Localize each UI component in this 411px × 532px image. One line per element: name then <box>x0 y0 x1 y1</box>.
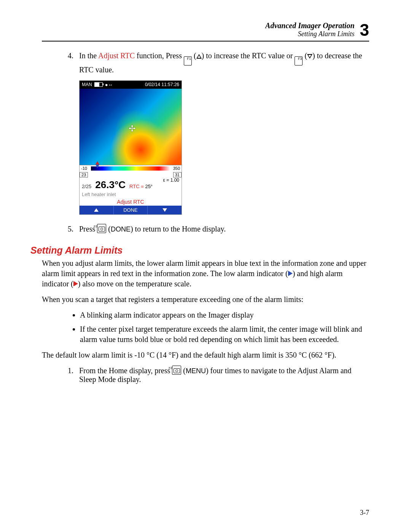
menu-label: MENU <box>186 367 206 375</box>
paragraph-defaults: The default low alarm limit is -10 °C (1… <box>42 350 369 360</box>
page-header: Advanced Imager Operation Setting Alarm … <box>42 21 369 42</box>
box-low: 23 <box>80 172 88 177</box>
location-label: Left heater inlet <box>82 192 179 197</box>
list-item: If the center pixel target temperature e… <box>80 324 369 345</box>
paragraph-exceed: When you scan a target that registers a … <box>42 294 369 305</box>
high-alarm-indicator-icon <box>73 281 78 286</box>
imager-datetime: 0/02/14 11:57:26 <box>145 82 179 88</box>
box-high: 31 <box>173 172 182 177</box>
scale-gradient <box>91 166 170 171</box>
figure-imager-screenshot: MAN ●↔ 0/02/14 11:57:26 ✢ -10 350 23 31 <box>79 80 369 215</box>
header-title: Advanced Imager Operation <box>265 21 354 30</box>
list-item: A blinking alarm indicator appears on th… <box>80 310 369 320</box>
low-alarm-indicator-icon <box>288 271 293 276</box>
crosshair-icon: ✢ <box>129 124 135 134</box>
step-number: 4. <box>68 51 79 60</box>
menu-key-icon: F2 <box>172 366 181 375</box>
triangle-down-icon <box>307 54 312 59</box>
step-5: 5.Press F2 (DONE) to return to the Home … <box>79 224 369 233</box>
f3-key-icon: F3 <box>295 56 303 66</box>
scale-low: -10 <box>81 166 87 171</box>
temperature-scale: -10 350 <box>80 165 182 172</box>
scale-high: 350 <box>173 166 180 171</box>
done-label: DONE <box>111 225 131 233</box>
alarm-flag-icon <box>96 165 99 168</box>
center-temperature: 26.3°C <box>95 179 126 191</box>
header-subtitle: Setting Alarm Limits <box>265 30 354 38</box>
bullet-list: A blinking alarm indicator appears on th… <box>65 310 369 345</box>
image-index: 2/25 <box>82 184 91 189</box>
link-icon: ●↔ <box>105 82 113 88</box>
menu-key-icon: F2 <box>97 224 106 233</box>
imager-info-zone: ε = 1.00 2/25 26.3°C RTC = 25° Left heat… <box>80 177 182 206</box>
imager-status-bar: MAN ●↔ 0/02/14 11:57:26 <box>80 81 182 89</box>
adjust-rtc-mode: Adjust RTC <box>82 199 179 205</box>
arrow-up-icon <box>94 208 99 212</box>
imager-softkeys: DONE <box>80 206 182 214</box>
step-number: 5. <box>68 225 79 233</box>
section-heading: Setting Alarm Limits <box>30 245 123 256</box>
scale-boxes: 23 31 <box>80 172 182 177</box>
softkey-down[interactable] <box>148 206 182 214</box>
page-number: 3-7 <box>360 509 369 517</box>
thermal-image: ✢ <box>80 89 182 165</box>
paragraph-alarm-intro: When you adjust alarm limits, the lower … <box>42 258 369 289</box>
arrow-down-icon <box>162 208 167 212</box>
imager-mode: MAN <box>82 82 92 87</box>
rtc-value: 25° <box>145 184 153 189</box>
emissivity: ε = 1.00 <box>163 177 179 183</box>
rtc-label: RTC = <box>129 184 144 189</box>
chapter-number: 3 <box>360 22 369 38</box>
adjust-rtc-label: Adjust RTC <box>98 51 135 60</box>
step-4: 4.In the Adjust RTC function, Press F1 (… <box>79 51 369 74</box>
triangle-up-icon <box>196 54 202 59</box>
softkey-done[interactable]: DONE <box>113 206 148 214</box>
step-number: 1. <box>68 366 79 375</box>
softkey-up[interactable] <box>80 206 113 214</box>
battery-icon <box>94 82 103 87</box>
step-1: 1.From the Home display, press F2 (MENU)… <box>79 366 369 384</box>
f1-key-icon: F1 <box>184 56 192 66</box>
